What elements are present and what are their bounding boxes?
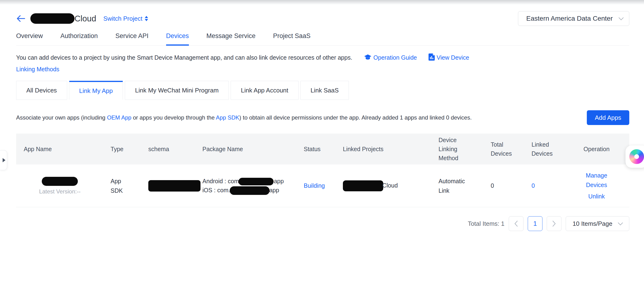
col-header-schema: schema [148, 144, 202, 153]
redacted-app-name [42, 177, 78, 186]
device-subtabs: All Devices Link My App Link My WeChat M… [16, 81, 629, 100]
page-title: Cloud [74, 14, 96, 23]
cell-status: Building [304, 182, 343, 189]
cell-device-linking-method: Automatic Link [438, 176, 491, 195]
page-header: Cloud Switch Project Eastern America Dat… [16, 11, 629, 26]
cell-app-name: Latest Version:-- [16, 177, 110, 195]
linked-project-suffix: Cloud [382, 182, 398, 189]
linked-devices-link[interactable]: 0 [532, 182, 535, 189]
app-sdk-link[interactable]: App SDK [216, 114, 240, 121]
sidebar-expand-handle[interactable] [0, 150, 7, 170]
document-chart-icon [428, 53, 435, 64]
apps-table: App Name Type schema Package Name Status… [16, 133, 629, 207]
col-header-device-linking-method: Device Linking Method [438, 135, 491, 163]
tab-message-service[interactable]: Message Service [206, 32, 256, 45]
col-header-linked-devices: Linked Devices [532, 140, 581, 158]
page-size-select[interactable]: 10 Items/Page [566, 216, 629, 231]
redacted-project-name [30, 13, 74, 24]
manage-devices-link[interactable]: Manage Devices [581, 171, 612, 190]
graduation-cap-icon [364, 53, 372, 64]
cell-total-devices: 0 [491, 182, 532, 189]
table-header-row: App Name Type schema Package Name Status… [16, 133, 629, 165]
intro-text: You can add devices to a project by usin… [16, 54, 352, 61]
prev-page-button[interactable] [509, 216, 524, 231]
top-shadow [0, 0, 644, 5]
subtab-link-wechat-mini-program[interactable]: Link My WeChat Mini Program [125, 81, 229, 100]
tab-project-saas[interactable]: Project SaaS [273, 32, 310, 45]
total-items-label: Total Items: 1 [468, 220, 504, 227]
status-building-link[interactable]: Building [304, 182, 325, 189]
oem-app-link[interactable]: OEM App [107, 114, 132, 121]
associate-text: Associate your own apps (including OEM A… [16, 114, 472, 121]
switch-project-icon [145, 16, 148, 21]
assistant-widget-button[interactable] [626, 145, 644, 168]
subtab-link-saas[interactable]: Link SaaS [300, 81, 349, 100]
expand-arrow-icon [2, 158, 6, 162]
col-header-operation: Operation [581, 144, 629, 154]
chevron-down-icon [618, 15, 624, 20]
associate-part2: or apps you develop through the [132, 114, 216, 121]
associate-part1: Associate your own apps (including [16, 114, 107, 121]
redacted-ios-package [230, 186, 270, 195]
cell-linked-projects: Cloud [343, 180, 438, 191]
latest-version-text: Latest Version:-- [16, 188, 104, 195]
associate-part3: ) to obtain all device permissions under… [240, 114, 472, 121]
operation-guide-link[interactable]: Operation Guide [364, 54, 417, 61]
subtab-link-app-account[interactable]: Link App Account [231, 81, 298, 100]
table-row: Latest Version:-- App SDK Android : com.… [16, 165, 629, 207]
package-android-line: Android : com.app [202, 177, 304, 186]
page-number-button[interactable]: 1 [528, 216, 542, 231]
redacted-android-package [238, 178, 274, 185]
data-center-value: Eastern America Data Center [526, 15, 613, 22]
col-header-app-name: App Name [16, 144, 110, 153]
back-arrow-icon [16, 15, 26, 23]
package-ios-line: iOS : com..app [202, 186, 304, 195]
pagination: Total Items: 1 1 10 Items/Page [16, 216, 629, 231]
cell-linked-devices: 0 [532, 182, 581, 189]
main-tabs: Overview Authorization Service API Devic… [16, 32, 629, 46]
switch-project-label: Switch Project [103, 15, 142, 22]
col-header-total-devices: Total Devices [491, 140, 532, 158]
next-page-button[interactable] [547, 216, 562, 231]
cell-type: App SDK [110, 176, 148, 195]
page-size-value: 10 Items/Page [572, 220, 612, 227]
associate-row: Associate your own apps (including OEM A… [16, 110, 629, 125]
add-apps-button[interactable]: Add Apps [587, 110, 629, 125]
subtab-link-my-app[interactable]: Link My App [69, 81, 123, 100]
assistant-swirl-icon [629, 149, 644, 164]
back-button[interactable] [16, 14, 26, 23]
operation-guide-label: Operation Guide [374, 54, 417, 61]
cell-package-name: Android : com.app iOS : com..app [202, 177, 304, 195]
col-header-package-name: Package Name [202, 144, 304, 153]
tab-devices[interactable]: Devices [166, 32, 189, 45]
col-header-status: Status [304, 144, 343, 153]
tab-overview[interactable]: Overview [16, 32, 43, 45]
page: Cloud Switch Project Eastern America Dat… [0, 11, 644, 231]
subtab-all-devices[interactable]: All Devices [16, 81, 67, 100]
switch-project-button[interactable]: Switch Project [103, 15, 148, 22]
chevron-down-icon [618, 220, 623, 225]
cell-schema [148, 180, 202, 192]
cell-operation: Manage Devices Unlink [581, 171, 629, 201]
redacted-schema [148, 180, 200, 192]
tab-service-api[interactable]: Service API [115, 32, 148, 45]
chevron-left-icon [514, 221, 518, 227]
tab-authorization[interactable]: Authorization [60, 32, 98, 45]
redacted-linked-project [343, 180, 383, 191]
project-title: Cloud [30, 13, 96, 24]
unlink-link[interactable]: Unlink [581, 192, 612, 201]
chevron-right-icon [552, 221, 556, 227]
data-center-select[interactable]: Eastern America Data Center [518, 11, 629, 26]
col-header-linked-projects: Linked Projects [343, 144, 438, 153]
col-header-type: Type [110, 144, 148, 153]
intro-paragraph: You can add devices to a project by usin… [16, 52, 470, 75]
